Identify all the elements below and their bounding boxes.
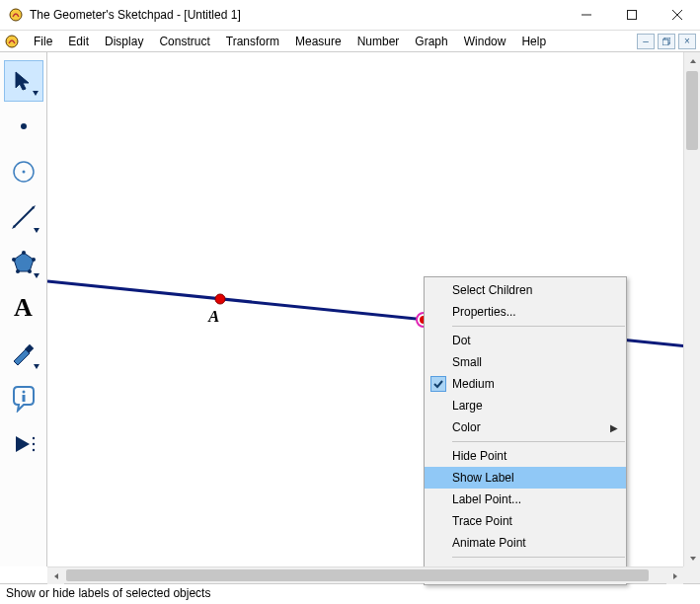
cm-label: Show Label bbox=[452, 471, 514, 485]
menu-display[interactable]: Display bbox=[97, 33, 151, 50]
cm-properties[interactable]: Properties... bbox=[425, 301, 626, 323]
cm-label-point[interactable]: Label Point... bbox=[425, 489, 626, 510]
scroll-down-button[interactable] bbox=[684, 550, 700, 566]
cm-label: Properties... bbox=[452, 305, 516, 319]
menu-construct[interactable]: Construct bbox=[151, 33, 217, 50]
window-controls bbox=[564, 0, 700, 30]
svg-point-8 bbox=[21, 123, 27, 129]
polygon-tool[interactable] bbox=[4, 242, 43, 283]
svg-point-12 bbox=[22, 251, 26, 255]
app-icon bbox=[8, 7, 24, 23]
scroll-right-button[interactable] bbox=[666, 567, 683, 584]
status-bar: Show or hide labels of selected objects bbox=[0, 583, 700, 604]
cm-hide-point[interactable]: Hide Point bbox=[425, 445, 626, 467]
marker-tool[interactable] bbox=[4, 333, 43, 374]
cm-label: Animate Point bbox=[452, 536, 526, 550]
context-menu: Select Children Properties... Dot Small … bbox=[424, 276, 627, 585]
svg-point-13 bbox=[32, 258, 36, 262]
close-button[interactable] bbox=[655, 0, 700, 30]
cm-animate-point[interactable]: Animate Point bbox=[425, 532, 626, 554]
vertical-scrollbar[interactable] bbox=[683, 52, 700, 566]
scroll-thumb[interactable] bbox=[686, 71, 698, 150]
cm-label: Medium bbox=[452, 377, 495, 391]
svg-point-21 bbox=[32, 443, 34, 445]
point-a[interactable] bbox=[215, 294, 225, 304]
maximize-button[interactable] bbox=[609, 0, 655, 30]
menu-graph[interactable]: Graph bbox=[407, 33, 455, 50]
status-text: Show or hide labels of selected objects bbox=[6, 586, 210, 600]
svg-point-18 bbox=[22, 391, 25, 394]
chevron-right-icon: ▶ bbox=[610, 422, 618, 433]
menu-edit[interactable]: Edit bbox=[60, 33, 97, 50]
information-tool[interactable] bbox=[4, 378, 43, 419]
cm-label: Large bbox=[452, 399, 483, 413]
window-title: The Geometer's Sketchpad - [Untitled 1] bbox=[30, 8, 564, 22]
doc-icon bbox=[4, 34, 20, 49]
menu-measure[interactable]: Measure bbox=[287, 33, 350, 50]
svg-point-9 bbox=[14, 162, 34, 182]
cm-label: Small bbox=[452, 355, 482, 369]
menu-number[interactable]: Number bbox=[350, 33, 408, 50]
workspace: A A Select Children Properties... Dot Sm… bbox=[0, 52, 700, 583]
point-label-a[interactable]: A bbox=[208, 307, 219, 327]
horizontal-scrollbar[interactable] bbox=[47, 566, 683, 583]
mdi-child-controls: – × bbox=[634, 34, 700, 49]
child-minimize-button[interactable]: – bbox=[637, 34, 655, 49]
menu-window[interactable]: Window bbox=[456, 33, 514, 50]
cm-color[interactable]: Color▶ bbox=[425, 416, 626, 438]
scroll-track[interactable] bbox=[64, 567, 666, 583]
cm-label: Dot bbox=[452, 334, 471, 347]
svg-point-5 bbox=[6, 36, 18, 47]
cm-trace-point[interactable]: Trace Point bbox=[425, 510, 626, 532]
svg-rect-7 bbox=[662, 39, 668, 45]
cm-label: Label Point... bbox=[452, 492, 521, 506]
cm-label: Select Children bbox=[452, 283, 532, 297]
svg-line-11 bbox=[14, 207, 34, 227]
cm-separator bbox=[452, 441, 625, 442]
cm-separator bbox=[452, 326, 625, 327]
selection-arrow-tool[interactable] bbox=[4, 60, 43, 102]
svg-rect-17 bbox=[25, 344, 34, 353]
scroll-track[interactable] bbox=[684, 69, 700, 550]
title-bar: The Geometer's Sketchpad - [Untitled 1] bbox=[0, 0, 700, 31]
svg-point-14 bbox=[28, 269, 32, 273]
tool-palette: A bbox=[0, 52, 47, 566]
cm-small[interactable]: Small bbox=[425, 351, 626, 373]
svg-point-10 bbox=[22, 171, 25, 174]
cm-medium[interactable]: Medium bbox=[425, 373, 626, 395]
cm-dot[interactable]: Dot bbox=[425, 330, 626, 351]
svg-point-22 bbox=[32, 449, 34, 451]
scroll-corner bbox=[683, 566, 700, 583]
menu-help[interactable]: Help bbox=[513, 33, 554, 50]
menu-bar: File Edit Display Construct Transform Me… bbox=[0, 31, 700, 52]
cm-label: Hide Point bbox=[452, 449, 506, 463]
child-close-button[interactable]: × bbox=[678, 34, 696, 49]
cm-label: Color bbox=[452, 420, 481, 434]
compass-tool[interactable] bbox=[4, 151, 43, 192]
minimize-button[interactable] bbox=[564, 0, 609, 30]
straightedge-tool[interactable] bbox=[4, 196, 43, 238]
cm-select-children[interactable]: Select Children bbox=[425, 279, 626, 301]
cm-show-label[interactable]: Show Label bbox=[425, 467, 626, 489]
cm-separator bbox=[452, 557, 625, 558]
svg-point-15 bbox=[16, 269, 20, 273]
check-icon bbox=[430, 376, 446, 392]
scroll-up-button[interactable] bbox=[684, 52, 700, 69]
point-tool[interactable] bbox=[4, 106, 43, 147]
menu-transform[interactable]: Transform bbox=[218, 33, 287, 50]
cm-large[interactable]: Large bbox=[425, 395, 626, 416]
svg-point-20 bbox=[32, 437, 34, 439]
scroll-thumb[interactable] bbox=[66, 569, 649, 581]
svg-point-16 bbox=[12, 258, 16, 262]
text-tool[interactable]: A bbox=[4, 287, 43, 329]
svg-rect-2 bbox=[628, 11, 637, 20]
child-restore-button[interactable] bbox=[658, 34, 675, 49]
scroll-left-button[interactable] bbox=[47, 567, 64, 584]
custom-tool[interactable] bbox=[4, 423, 43, 465]
svg-rect-19 bbox=[22, 395, 25, 402]
svg-point-0 bbox=[10, 9, 22, 21]
menu-file[interactable]: File bbox=[26, 33, 60, 50]
cm-label: Trace Point bbox=[452, 514, 512, 528]
